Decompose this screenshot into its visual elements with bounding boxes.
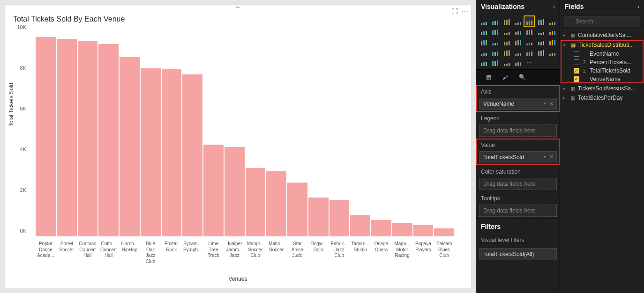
tooltips-field-well[interactable]: Drag data fields here	[479, 205, 557, 217]
viz-type-icon[interactable]	[513, 16, 523, 26]
viz-type-icon[interactable]	[490, 47, 500, 57]
report-canvas[interactable]: ═ ⛶ ⋯ Total Tickets Sold By Each Venue T…	[0, 0, 476, 293]
viz-type-icon[interactable]	[502, 57, 512, 67]
bar[interactable]	[350, 215, 370, 236]
bar[interactable]	[78, 41, 98, 236]
bar[interactable]	[36, 37, 56, 236]
axis-field-well[interactable]: VenueName ▾ ✕	[479, 98, 557, 110]
viz-type-icon[interactable]	[479, 16, 489, 26]
table-row[interactable]: ▸ ▦ TicketsSoldVersusSa...	[560, 84, 644, 93]
bar[interactable]	[182, 74, 202, 236]
field-row[interactable]: Σ PercentTickets...	[561, 58, 644, 66]
field-checkbox[interactable]	[574, 59, 579, 65]
value-field-well[interactable]: TotalTicketsSold ▾ ✕	[479, 151, 557, 163]
bar[interactable]	[120, 57, 140, 236]
bar[interactable]	[162, 69, 182, 236]
bar[interactable]	[266, 171, 286, 236]
field-checkbox[interactable]: ✓	[574, 76, 579, 82]
viz-type-icon[interactable]	[536, 16, 546, 26]
bar[interactable]	[287, 183, 307, 236]
expand-icon[interactable]: ▸	[563, 95, 568, 100]
viz-type-icon[interactable]	[513, 57, 523, 67]
dropdown-icon[interactable]: ▾	[544, 101, 546, 106]
bar[interactable]	[203, 145, 224, 236]
focus-mode-icon[interactable]: ⛶	[451, 7, 458, 15]
viz-type-icon[interactable]	[547, 16, 557, 26]
viz-type-icon[interactable]	[490, 57, 500, 67]
table-row[interactable]: ▾ ▦ TicketSalesDistributi...	[561, 40, 644, 50]
table-row[interactable]: ▸ ▦ CumulativeDailySal...	[560, 30, 644, 40]
fields-header[interactable]: Fields ›	[560, 0, 644, 13]
bar[interactable]	[141, 68, 161, 236]
x-tick-label: Sycam...Symph...	[182, 239, 202, 270]
viz-type-icon[interactable]	[490, 37, 500, 47]
chart-visual[interactable]: ═ ⛶ ⋯ Total Tickets Sold By Each Venue T…	[5, 5, 471, 288]
colorsat-field-well[interactable]: Drag data fields here	[479, 178, 557, 190]
tab-format-icon[interactable]: 🖌	[497, 72, 514, 83]
viz-type-icon[interactable]	[536, 37, 546, 47]
visualizations-header[interactable]: Visualizations ›	[476, 0, 560, 13]
legend-field-well[interactable]: Drag data fields here	[479, 125, 557, 137]
viz-type-icon[interactable]	[479, 57, 489, 67]
viz-type-icon[interactable]	[524, 26, 534, 37]
filter-item[interactable]: TotalTicketsSold(All)	[479, 248, 557, 260]
bar[interactable]	[434, 228, 454, 236]
tab-fields-icon[interactable]: ▦	[480, 72, 497, 83]
remove-field-icon[interactable]: ✕	[549, 154, 554, 160]
table-icon: ▦	[571, 42, 576, 48]
collapse-icon[interactable]: ▾	[563, 43, 568, 47]
viz-type-icon[interactable]	[536, 26, 546, 37]
viz-type-icon[interactable]: ⋯	[524, 57, 534, 67]
chevron-right-icon[interactable]: ›	[553, 3, 555, 10]
expand-icon[interactable]: ▸	[563, 86, 568, 91]
viz-type-icon[interactable]	[502, 16, 512, 26]
viz-type-icon[interactable]	[502, 37, 512, 47]
viz-type-icon[interactable]	[490, 26, 500, 37]
more-options-icon[interactable]: ⋯	[462, 7, 468, 15]
bar[interactable]	[329, 200, 350, 236]
viz-type-icon[interactable]	[524, 16, 534, 26]
viz-type-icon[interactable]	[524, 47, 534, 57]
viz-type-icon[interactable]	[479, 47, 489, 57]
drag-handle-icon[interactable]: ═	[229, 5, 247, 9]
field-row[interactable]: ✓ Σ TotalTicketsSold	[561, 66, 644, 75]
field-checkbox[interactable]	[574, 51, 579, 57]
viz-type-icon[interactable]	[490, 16, 500, 26]
bar[interactable]	[98, 44, 119, 236]
field-row[interactable]: EventName	[561, 50, 644, 58]
visual-type-gallery: ⋯	[476, 13, 560, 69]
viz-type-icon[interactable]	[502, 47, 512, 57]
bar[interactable]	[308, 198, 329, 236]
viz-type-icon[interactable]	[547, 26, 557, 37]
bar[interactable]	[225, 147, 245, 236]
bar[interactable]	[371, 220, 391, 236]
tab-analytics-icon[interactable]: 🔍	[514, 72, 531, 83]
viz-type-icon[interactable]	[547, 37, 557, 47]
field-row[interactable]: ✓ VenueName	[561, 75, 644, 83]
expand-icon[interactable]: ▸	[563, 33, 568, 37]
viz-type-icon[interactable]	[513, 26, 523, 37]
svg-rect-4	[494, 21, 496, 25]
bar[interactable]	[413, 225, 434, 236]
bar[interactable]	[57, 39, 77, 236]
viz-type-icon[interactable]	[513, 37, 523, 47]
svg-rect-33	[526, 30, 528, 35]
bar[interactable]	[246, 168, 266, 236]
svg-rect-49	[506, 42, 508, 45]
bar[interactable]	[392, 223, 412, 236]
viz-type-icon[interactable]	[479, 37, 489, 47]
table-row[interactable]: ▸ ▦ TotalSalesPerDay	[560, 93, 644, 103]
viz-type-icon[interactable]	[513, 47, 523, 57]
chevron-right-icon[interactable]: ›	[637, 3, 639, 10]
remove-field-icon[interactable]: ✕	[549, 101, 554, 107]
viz-type-icon[interactable]	[524, 37, 534, 47]
viz-type-icon[interactable]	[536, 47, 546, 57]
viz-type-icon[interactable]	[479, 26, 489, 37]
viz-type-icon[interactable]	[502, 26, 512, 37]
svg-rect-65	[486, 53, 487, 56]
field-checkbox[interactable]: ✓	[574, 68, 579, 73]
viz-type-icon[interactable]	[547, 47, 557, 57]
dropdown-icon[interactable]: ▾	[544, 154, 546, 159]
svg-rect-75	[526, 52, 528, 56]
search-input[interactable]	[564, 16, 640, 27]
